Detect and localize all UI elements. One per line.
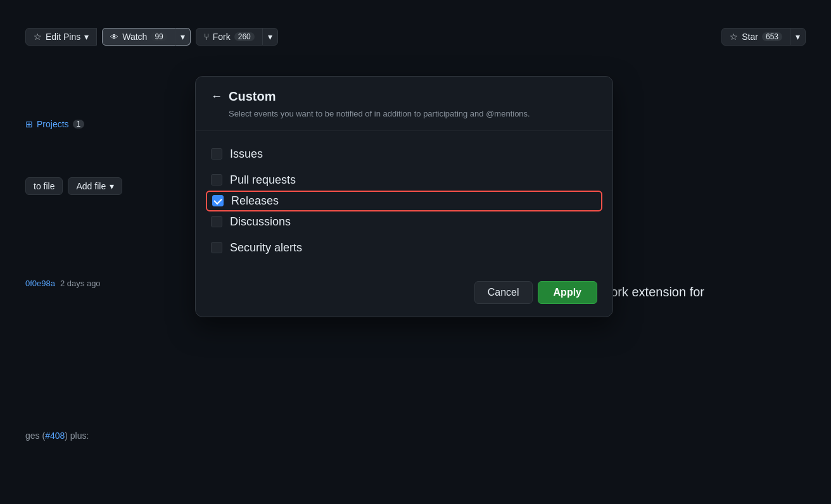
- cancel-button[interactable]: Cancel: [474, 281, 533, 304]
- star-count: 653: [762, 32, 782, 41]
- discussions-checkbox-wrapper[interactable]: [211, 216, 222, 227]
- releases-checkbox[interactable]: [212, 195, 224, 206]
- dropdown-header: ← Custom Select events you want to be no…: [196, 77, 612, 131]
- releases-label: Releases: [231, 194, 279, 208]
- security-alerts-checkbox[interactable]: [211, 242, 222, 253]
- watch-count: 99: [151, 32, 167, 41]
- issue-link[interactable]: #408: [45, 431, 65, 441]
- security-alerts-checkbox-wrapper[interactable]: [211, 242, 222, 253]
- projects-label: Projects: [37, 119, 69, 129]
- apply-button[interactable]: Apply: [538, 281, 597, 304]
- star-button[interactable]: Star 653: [721, 28, 790, 46]
- custom-watch-dropdown: ← Custom Select events you want to be no…: [195, 76, 613, 317]
- chevron-down-icon: [796, 32, 800, 42]
- to-file-button[interactable]: to file: [25, 177, 63, 195]
- eye-icon: [110, 32, 118, 42]
- edit-pins-group: Edit Pins: [25, 28, 97, 46]
- commit-info: 0f0e98a 2 days ago: [25, 279, 101, 288]
- dropdown-title: Custom: [229, 89, 276, 104]
- star-icon: [730, 32, 738, 42]
- add-file-button[interactable]: Add file: [68, 177, 122, 195]
- fork-button[interactable]: Fork 260: [196, 28, 263, 46]
- star-icon: [34, 32, 42, 42]
- pull-requests-checkbox[interactable]: [211, 174, 222, 186]
- watch-label: Watch: [122, 32, 147, 42]
- watch-dropdown-button[interactable]: [175, 28, 191, 46]
- pull-requests-item[interactable]: Pull requests: [211, 167, 597, 193]
- pull-requests-label: Pull requests: [230, 173, 296, 187]
- fork-group: Fork 260: [196, 28, 278, 46]
- watch-group: Watch 99: [102, 28, 191, 46]
- edit-pins-button[interactable]: Edit Pins: [25, 28, 97, 46]
- dropdown-footer: Cancel Apply: [196, 271, 612, 317]
- discussions-item[interactable]: Discussions: [211, 209, 597, 235]
- discussions-label: Discussions: [230, 215, 291, 229]
- fork-count: 260: [234, 32, 255, 41]
- links-text: ges (#408) plus:: [25, 431, 89, 441]
- star-dropdown-button[interactable]: [790, 28, 806, 46]
- commit-time: 2 days ago: [60, 279, 101, 288]
- chevron-down-icon: [181, 32, 185, 42]
- edit-pins-label: Edit Pins: [46, 32, 80, 42]
- fork-label: Fork: [213, 32, 231, 42]
- add-file-label: Add file: [76, 181, 106, 191]
- chevron-down-icon: [110, 181, 114, 191]
- projects-count: 1: [73, 120, 85, 129]
- releases-checkbox-wrapper[interactable]: [212, 195, 224, 206]
- back-icon: ←: [211, 90, 222, 103]
- star-group: Star 653: [721, 28, 806, 46]
- back-button[interactable]: ←: [211, 90, 222, 103]
- discussions-checkbox[interactable]: [211, 216, 222, 227]
- dropdown-body: Issues Pull requests Releases Discussion…: [196, 131, 612, 271]
- watch-button[interactable]: Watch 99: [102, 28, 175, 46]
- commit-sha[interactable]: 0f0e98a: [25, 279, 55, 288]
- issues-checkbox-wrapper[interactable]: [211, 148, 222, 160]
- issues-item[interactable]: Issues: [211, 141, 597, 167]
- pull-requests-checkbox-wrapper[interactable]: [211, 174, 222, 186]
- projects-tab[interactable]: Projects 1: [25, 114, 84, 134]
- security-alerts-label: Security alerts: [230, 241, 302, 255]
- dropdown-subtitle: Select events you want to be notified of…: [229, 108, 597, 120]
- star-label: Star: [742, 32, 758, 42]
- security-alerts-item[interactable]: Security alerts: [211, 235, 597, 261]
- fork-icon: [204, 32, 209, 42]
- chevron-down-icon: [84, 32, 89, 42]
- chevron-down-icon: [268, 32, 272, 42]
- issues-checkbox[interactable]: [211, 148, 222, 160]
- table-icon: [25, 119, 33, 129]
- issues-label: Issues: [230, 148, 263, 161]
- to-file-label: to file: [34, 181, 54, 191]
- fork-dropdown-button[interactable]: [262, 28, 278, 46]
